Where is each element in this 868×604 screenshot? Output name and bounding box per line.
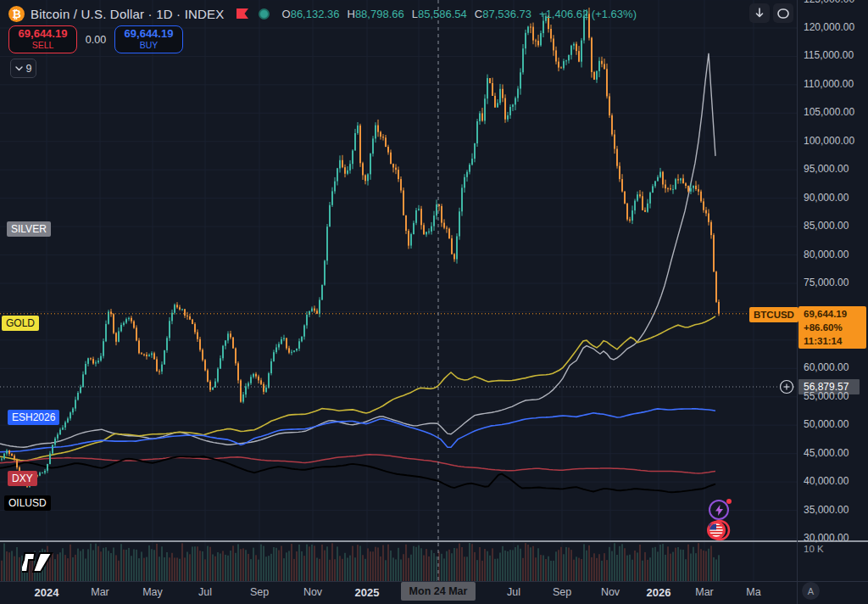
series-line-silver (0, 53, 715, 447)
price-axis-label: 115,000.00 (804, 49, 854, 61)
price-axis-label: 45,000.00 (804, 447, 849, 459)
buy-button[interactable]: 69,644.19 BUY (114, 25, 183, 53)
btc-last-price: 69,644.19 (804, 307, 866, 321)
price-axis-label: 50,000.00 (804, 418, 849, 430)
series-line-esh2026 (0, 409, 715, 452)
ohlc-readout: O86,132.36 H88,798.66 L85,586.54 C87,536… (282, 8, 637, 20)
series-line-gold (0, 316, 715, 461)
chevron-down-icon (15, 66, 23, 71)
time-axis-tick: Sep (553, 586, 571, 598)
spread-value: 0.00 (82, 34, 109, 46)
trade-panel: 69,644.19 SELL 0.00 69,644.19 BUY (8, 25, 183, 53)
low-value: 85,586.54 (418, 8, 467, 20)
price-axis-label: 55,000.00 (804, 390, 849, 402)
time-axis-tick: 2025 (355, 586, 380, 599)
time-axis-tick: Mar (695, 586, 714, 598)
overlay-label-oilusd[interactable]: OILUSD (4, 495, 51, 511)
time-axis-tick: Nov (601, 586, 620, 598)
time-axis-tick: Mar (91, 586, 109, 598)
market-status-dot[interactable] (259, 8, 270, 20)
tradingview-chart-app: ₿ Bitcoin / U.S. Dollar · 1D · INDEX O86… (0, 0, 868, 604)
series-line-oilusd (0, 456, 715, 492)
shape-tool-button[interactable] (773, 3, 793, 23)
volume-bars (1, 543, 720, 581)
candle-count-button[interactable]: 9 (10, 59, 36, 78)
price-axis-label: 105,000.00 (804, 106, 854, 118)
arrow-down-icon (754, 8, 765, 19)
time-axis-tick: May (142, 586, 163, 598)
btc-change-pct: +86.60% (804, 321, 866, 334)
price-axis-label: 110,000.00 (804, 78, 854, 90)
price-axis-label: 75,000.00 (804, 277, 849, 288)
price-axis-label: 90,000.00 (804, 192, 849, 204)
price-axis-label: 120,000.00 (804, 21, 854, 33)
bitcoin-icon: ₿ (8, 6, 25, 22)
tradingview-logo[interactable] (22, 548, 56, 579)
btcusd-symbol-tag[interactable]: BTCUSD (749, 307, 798, 322)
price-axis-label: 100,000.00 (804, 135, 854, 147)
close-value: 87,536.73 (482, 8, 531, 20)
btcusd-price-tag: 69,644.19 +86.60% 11:31:14 (798, 306, 866, 349)
lightning-bolt-icon (715, 505, 724, 516)
chart-canvas[interactable] (0, 0, 868, 604)
price-axis-label: 125,000.00 (804, 0, 854, 5)
symbol-title[interactable]: Bitcoin / U.S. Dollar · 1D · INDEX (31, 7, 225, 21)
price-axis-label: 85,000.00 (804, 220, 849, 232)
overlay-label-gold[interactable]: GOLD (2, 316, 39, 331)
crosshair-plus-icon[interactable] (781, 381, 793, 394)
notification-dot (726, 499, 732, 504)
time-axis-tick: Nov (303, 586, 322, 598)
overlay-label-esh2026[interactable]: ESH2026 (8, 410, 59, 425)
time-axis-tick: Jul (507, 586, 520, 598)
volume-scale-label: 10 K (804, 544, 824, 554)
price-axis-label: 40,000.00 (804, 475, 849, 487)
price-axis-label: 30,000.00 (804, 532, 849, 544)
spark-icon[interactable] (709, 500, 729, 520)
gridlines (0, 0, 797, 581)
overlay-label-silver[interactable]: SILVER (7, 221, 51, 237)
crosshair-date-tag: Mon 24 Mar '25 (401, 582, 476, 601)
time-axis[interactable]: MaMar2026NovSepJul2025NovSepJulMayMar202… (0, 581, 868, 604)
us-flag-badge[interactable] (705, 518, 731, 542)
price-axis-label: 60,000.00 (804, 361, 849, 373)
time-axis-tick: Jul (198, 586, 212, 598)
time-axis-tick: Ma (746, 586, 760, 598)
price-axis-label: 35,000.00 (804, 504, 849, 516)
time-axis-tick: 2026 (647, 586, 671, 599)
price-axis-label: 95,000.00 (804, 163, 849, 175)
circle-outline-icon (777, 8, 789, 19)
price-axis[interactable]: 69,644.19 +86.60% 11:31:14 56,879.57 10 … (797, 0, 868, 604)
scroll-to-recent-button[interactable] (749, 3, 770, 23)
time-axis-tick: 2024 (35, 586, 59, 599)
time-axis-tick: Sep (250, 586, 269, 598)
price-axis-label: 80,000.00 (804, 249, 849, 260)
sell-button[interactable]: 69,644.19 SELL (8, 25, 77, 53)
overlay-label-dxy[interactable]: DXY (8, 471, 37, 486)
symbol-header: ₿ Bitcoin / U.S. Dollar · 1D · INDEX O86… (8, 4, 637, 23)
change-value: +1,406.62 (+1.63%) (539, 8, 637, 20)
flag-icon[interactable] (236, 8, 249, 20)
high-value: 88,798.66 (355, 8, 404, 20)
btc-bar-countdown: 11:31:14 (804, 334, 866, 348)
open-value: 86,132.36 (291, 8, 340, 20)
